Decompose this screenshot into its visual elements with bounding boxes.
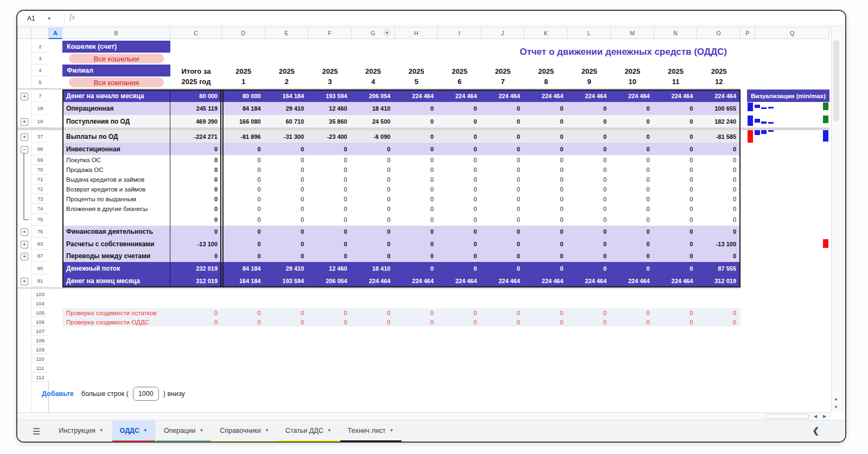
tab-dropdown-icon[interactable]: ▼ bbox=[265, 428, 269, 433]
cell-B72[interactable]: Возврат кредитов и займов bbox=[62, 184, 169, 194]
cell-I70[interactable]: 0 bbox=[438, 165, 480, 175]
cell-D105[interactable]: 0 bbox=[222, 308, 264, 317]
row-header-72[interactable]: 72 bbox=[31, 184, 49, 194]
cell-E73[interactable]: 0 bbox=[265, 194, 307, 204]
row-header-37[interactable]: 37 bbox=[31, 130, 49, 143]
cell-I68[interactable]: 0 bbox=[438, 143, 480, 155]
row-header-103[interactable]: 103 bbox=[31, 290, 49, 299]
cell-K83[interactable]: 0 bbox=[525, 238, 566, 250]
branch-filter-label[interactable]: Филиал bbox=[62, 65, 170, 76]
cell-J73[interactable]: 0 bbox=[481, 194, 523, 204]
cell-B106[interactable]: Проверка сходимости ОДДС bbox=[62, 317, 187, 327]
cell-O69[interactable]: 0 bbox=[697, 155, 739, 165]
cell-L19[interactable]: 0 bbox=[567, 115, 609, 127]
vertical-scrollbar-thumb[interactable] bbox=[833, 40, 839, 122]
cell-G87[interactable]: 0 bbox=[352, 250, 393, 262]
cell-F72[interactable]: 0 bbox=[308, 184, 350, 194]
cell-H76[interactable]: 0 bbox=[395, 226, 437, 238]
cell-E19[interactable]: 60 710 bbox=[265, 115, 307, 127]
sheet-tab-5[interactable]: Статьи ДДС▼ bbox=[278, 420, 339, 442]
cell-D90[interactable]: 84 184 bbox=[222, 262, 264, 274]
tab-dropdown-icon[interactable]: ▼ bbox=[327, 428, 331, 433]
cell-H73[interactable]: 0 bbox=[395, 194, 437, 204]
cell-J71[interactable]: 0 bbox=[481, 175, 523, 184]
cell-I74[interactable]: 0 bbox=[438, 204, 480, 214]
row-header-3[interactable]: 3 bbox=[31, 53, 49, 65]
cell-J105[interactable]: 0 bbox=[481, 308, 523, 317]
cell-C105[interactable]: 0 bbox=[170, 308, 220, 317]
cell-I18[interactable]: 0 bbox=[438, 102, 480, 115]
cell-F18[interactable]: 12 460 bbox=[308, 102, 350, 115]
cell-O87[interactable]: 0 bbox=[697, 250, 739, 262]
month-header-1[interactable]: 20251 bbox=[222, 65, 265, 88]
horizontal-scrollbar-thumb[interactable] bbox=[765, 414, 809, 419]
cell-C106[interactable]: 0 bbox=[170, 317, 220, 327]
wallet-filter-value[interactable]: Все кошельки bbox=[69, 54, 164, 63]
group-expand-button-row-37[interactable]: + bbox=[21, 133, 28, 141]
report-title[interactable]: Отчет о движении денежных средств (ОДДС) bbox=[428, 41, 819, 63]
cell-M19[interactable]: 0 bbox=[611, 115, 653, 127]
cell-L106[interactable]: 0 bbox=[567, 317, 609, 327]
cell-L90[interactable]: 0 bbox=[567, 262, 609, 274]
cell-J72[interactable]: 0 bbox=[481, 184, 523, 194]
cell-H68[interactable]: 0 bbox=[395, 143, 437, 155]
cell-C37[interactable]: -224 271 bbox=[170, 130, 220, 143]
cell-H75[interactable]: 0 bbox=[395, 214, 437, 226]
cell-D71[interactable]: 0 bbox=[222, 175, 264, 184]
row-header-19[interactable]: 19 bbox=[31, 115, 49, 127]
row-header-112[interactable]: 112 bbox=[31, 373, 49, 382]
group-expand-button-row-19[interactable]: + bbox=[21, 118, 28, 126]
fx-icon[interactable]: fx bbox=[69, 13, 75, 22]
cell-L7[interactable]: 224 464 bbox=[567, 89, 609, 102]
cell-H105[interactable]: 0 bbox=[395, 308, 437, 317]
column-header-L[interactable]: L bbox=[567, 27, 611, 39]
cell-L68[interactable]: 0 bbox=[567, 143, 609, 155]
cell-M76[interactable]: 0 bbox=[611, 226, 653, 238]
cell-I105[interactable]: 0 bbox=[438, 308, 480, 317]
row-header-104[interactable]: 104 bbox=[31, 299, 49, 308]
row-header-106[interactable]: 106 bbox=[31, 317, 49, 327]
cell-N71[interactable]: 0 bbox=[654, 175, 696, 184]
cell-C70[interactable]: 0 bbox=[170, 165, 220, 175]
cell-J70[interactable]: 0 bbox=[481, 165, 523, 175]
all-sheets-menu-button[interactable]: ☰ bbox=[33, 426, 40, 437]
cell-I106[interactable]: 0 bbox=[438, 317, 480, 327]
sheet-tab-4[interactable]: Справочники▼ bbox=[212, 420, 277, 442]
row-header-83[interactable]: 83 bbox=[31, 238, 49, 250]
cell-D73[interactable]: 0 bbox=[222, 194, 264, 204]
cell-B7[interactable]: Денег на начало месяца bbox=[62, 89, 169, 102]
cell-F91[interactable]: 206 054 bbox=[308, 274, 350, 287]
cell-I73[interactable]: 0 bbox=[438, 194, 480, 204]
cell-N37[interactable]: 0 bbox=[654, 130, 696, 143]
cell-O37[interactable]: -81 585 bbox=[697, 130, 739, 143]
cell-O76[interactable]: 0 bbox=[697, 226, 739, 238]
cell-H18[interactable]: 0 bbox=[395, 102, 437, 115]
cell-J37[interactable]: 0 bbox=[481, 130, 523, 143]
column-header-D[interactable]: D bbox=[222, 27, 265, 39]
row-header-108[interactable]: 108 bbox=[31, 336, 49, 345]
cell-G91[interactable]: 224 464 bbox=[352, 274, 393, 287]
cell-M71[interactable]: 0 bbox=[611, 175, 653, 184]
column-header-N[interactable]: N bbox=[654, 27, 698, 39]
cell-C72[interactable]: 0 bbox=[170, 184, 220, 194]
cell-F73[interactable]: 0 bbox=[308, 194, 350, 204]
cell-O73[interactable]: 0 bbox=[697, 194, 739, 204]
cell-J69[interactable]: 0 bbox=[481, 155, 523, 165]
cell-I19[interactable]: 0 bbox=[438, 115, 480, 127]
cell-K19[interactable]: 0 bbox=[525, 115, 566, 127]
cell-F75[interactable]: 0 bbox=[308, 214, 350, 226]
cell-F71[interactable]: 0 bbox=[308, 175, 350, 184]
column-header-J[interactable]: J bbox=[481, 27, 525, 39]
cell-K71[interactable]: 0 bbox=[525, 175, 566, 184]
scroll-right-icon[interactable]: ▶ bbox=[821, 413, 828, 420]
cell-C76[interactable]: 0 bbox=[170, 226, 220, 238]
row-header-107[interactable]: 107 bbox=[31, 327, 49, 336]
cell-B90[interactable]: Денежный поток bbox=[62, 262, 169, 274]
cell-C18[interactable]: 245 119 bbox=[170, 102, 220, 115]
cell-C71[interactable]: 0 bbox=[170, 175, 220, 184]
cell-G18[interactable]: 18 410 bbox=[352, 102, 393, 115]
collapse-panel-button[interactable]: ❮ bbox=[812, 426, 819, 436]
cell-I37[interactable]: 0 bbox=[438, 130, 480, 143]
cell-J91[interactable]: 224 464 bbox=[481, 274, 523, 287]
cell-I87[interactable]: 0 bbox=[438, 250, 480, 262]
